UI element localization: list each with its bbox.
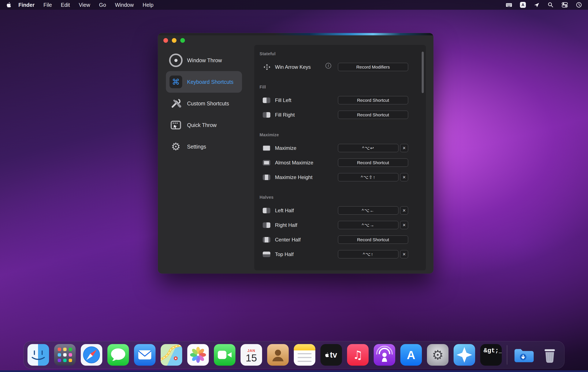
quick-throw-icon — [169, 118, 183, 132]
row-label: Maximize — [275, 145, 296, 151]
dock-finder-icon[interactable] — [28, 344, 49, 366]
close-button[interactable] — [163, 38, 168, 43]
menu-window[interactable]: Window — [111, 0, 138, 10]
terminal-prompt: &gt;_ — [483, 347, 502, 354]
dock-music-icon[interactable]: ♫ — [347, 344, 369, 366]
left-half-icon — [263, 208, 270, 213]
row-maximize: Maximize ^⌥↩ × — [254, 141, 426, 155]
clear-shortcut-button[interactable]: × — [400, 221, 408, 229]
window-throw-icon — [169, 53, 183, 67]
fill-left-icon — [263, 98, 270, 103]
shortcut-field[interactable]: ^⌥→ — [338, 221, 399, 229]
keyboard-viewer-icon[interactable] — [505, 1, 512, 8]
section-title: Halves — [254, 193, 426, 201]
dock-terminal-icon[interactable]: &gt;_ — [480, 344, 502, 366]
menu-bar: Finder File Edit View Go Window Help A — [0, 0, 588, 10]
record-modifiers-button[interactable]: Record Modifiers — [338, 63, 408, 71]
dock-facetime-icon[interactable] — [214, 344, 235, 366]
row-fill-left: Fill Left Record Shortcut — [254, 93, 426, 108]
dock-separator — [507, 345, 507, 365]
record-shortcut-button[interactable]: Record Shortcut — [338, 96, 408, 104]
row-label: Left Half — [275, 208, 294, 214]
dock-notes-icon[interactable] — [294, 344, 315, 366]
clock-icon[interactable] — [576, 2, 582, 8]
dock-appletv-icon[interactable]: tv — [320, 344, 342, 366]
shortcuts-panel: Stateful Win Arrow Keys i Record Modifie… — [254, 45, 426, 270]
clear-shortcut-button[interactable]: × — [400, 250, 408, 258]
dock-maps-icon[interactable] — [161, 344, 182, 366]
row-label: Top Half — [275, 252, 294, 257]
row-label: Maximize Height — [275, 174, 312, 180]
sidebar-item-window-throw[interactable]: Window Throw — [166, 50, 242, 71]
shortcut-field[interactable]: ^⌥⇧↑ — [338, 173, 399, 181]
sidebar-item-keyboard-shortcuts[interactable]: ⌘ Keyboard Shortcuts — [166, 71, 242, 93]
clear-shortcut-button[interactable]: × — [400, 144, 408, 152]
sidebar: Window Throw ⌘ Keyboard Shortcuts Custom… — [158, 50, 262, 157]
app-window: Window Throw ⌘ Keyboard Shortcuts Custom… — [158, 33, 433, 274]
apple-menu-icon[interactable] — [6, 2, 14, 7]
dock-window-manager-app-icon[interactable] — [454, 344, 475, 366]
clear-shortcut-button[interactable]: × — [400, 173, 408, 181]
minimize-button[interactable] — [172, 38, 177, 43]
info-icon[interactable]: i — [326, 63, 331, 69]
shortcut-field[interactable]: ^⌥← — [338, 206, 399, 215]
almost-maximize-icon — [263, 160, 270, 165]
row-center-half: Center Half Record Shortcut — [254, 232, 426, 247]
dock-photos-icon[interactable] — [187, 344, 209, 366]
section-title: Fill — [254, 83, 426, 91]
sidebar-label: Custom Shortcuts — [187, 100, 229, 107]
section-maximize: Maximize Maximize ^⌥↩ × Almost Maximize … — [254, 131, 426, 185]
dock-launchpad-icon[interactable] — [54, 344, 76, 366]
dock-messages-icon[interactable] — [107, 344, 129, 366]
section-title: Maximize — [254, 131, 426, 139]
dock-safari-icon[interactable] — [81, 344, 102, 366]
dock-podcasts-icon[interactable] — [374, 344, 395, 366]
sidebar-label: Settings — [187, 144, 206, 150]
dock-trash-icon[interactable] — [539, 344, 560, 366]
shortcut-field[interactable]: ^⌥↩ — [338, 144, 399, 152]
arrow-keys-icon — [263, 64, 271, 70]
row-label: Fill Left — [275, 97, 291, 103]
sidebar-item-quick-throw[interactable]: Quick Throw — [166, 114, 242, 136]
tools-icon — [169, 97, 183, 110]
spotlight-search-icon[interactable] — [547, 2, 554, 8]
wallpaper-bottom-edge — [0, 370, 588, 372]
record-shortcut-button[interactable]: Record Shortcut — [338, 111, 408, 119]
dock-appstore-icon[interactable]: A — [400, 344, 422, 366]
scrollbar-thumb[interactable] — [422, 52, 424, 93]
sidebar-label: Quick Throw — [187, 122, 217, 128]
menu-view[interactable]: View — [74, 0, 95, 10]
row-label: Win Arrow Keys — [275, 64, 311, 70]
section-fill: Fill Fill Left Record Shortcut Fill Righ… — [254, 83, 426, 122]
row-fill-right: Fill Right Record Shortcut — [254, 108, 426, 122]
gear-glyph: ⚙ — [432, 347, 444, 363]
shortcut-field[interactable]: ^⌥↑ — [338, 250, 399, 258]
record-shortcut-button[interactable]: Record Shortcut — [338, 236, 408, 244]
sidebar-item-settings[interactable]: ⚙ Settings — [166, 136, 242, 157]
row-win-arrow-keys: Win Arrow Keys i Record Modifiers — [254, 60, 426, 74]
dock-calendar-icon[interactable]: JAN 15 — [241, 344, 262, 366]
location-arrow-icon[interactable] — [534, 2, 540, 8]
menu-file[interactable]: File — [39, 0, 56, 10]
menu-app-name[interactable]: Finder — [14, 0, 39, 10]
row-left-half: Left Half ^⌥← × — [254, 203, 426, 218]
dock-downloads-folder-icon[interactable] — [512, 344, 534, 366]
right-half-icon — [263, 222, 270, 228]
clear-shortcut-button[interactable]: × — [400, 206, 408, 215]
menu-edit[interactable]: Edit — [56, 0, 74, 10]
dock-contacts-icon[interactable] — [267, 344, 289, 366]
dock: JAN 15 tv ♫ A ⚙ &gt;_ — [23, 341, 565, 369]
sidebar-label: Keyboard Shortcuts — [187, 79, 233, 85]
window-top-gradient — [158, 33, 433, 35]
dock-mail-icon[interactable] — [134, 344, 156, 366]
dock-system-preferences-icon[interactable]: ⚙ — [427, 344, 449, 366]
zoom-button[interactable] — [180, 38, 185, 43]
control-center-icon[interactable] — [561, 1, 568, 8]
section-title: Stateful — [254, 50, 426, 58]
input-source-icon[interactable]: A — [520, 2, 526, 8]
sidebar-item-custom-shortcuts[interactable]: Custom Shortcuts — [166, 93, 242, 114]
appletv-label: tv — [330, 350, 337, 360]
menu-help[interactable]: Help — [138, 0, 158, 10]
menu-go[interactable]: Go — [95, 0, 111, 10]
record-shortcut-button[interactable]: Record Shortcut — [338, 158, 408, 167]
